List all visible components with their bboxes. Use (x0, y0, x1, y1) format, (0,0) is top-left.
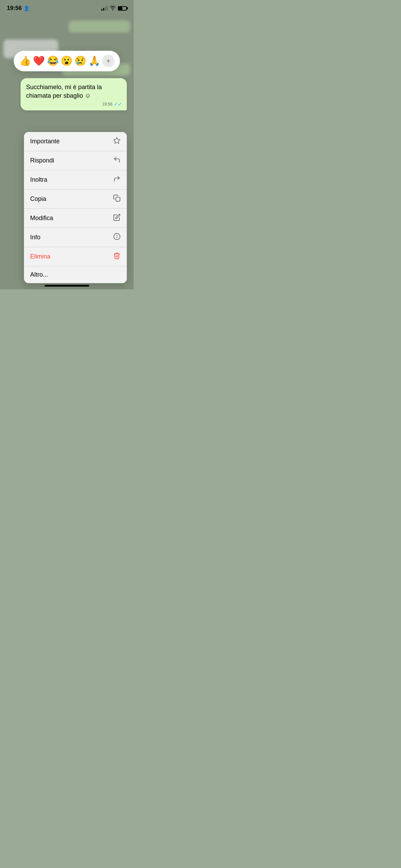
wifi-icon (110, 5, 116, 11)
delete-icon (113, 252, 121, 261)
menu-item-rispondi[interactable]: Rispondi (24, 151, 127, 170)
emoji-heart[interactable]: ❤️ (33, 56, 45, 66)
menu-label-importante: Importante (30, 138, 60, 145)
menu-label-info: Info (30, 234, 40, 241)
menu-label-modifica: Modifica (30, 215, 53, 222)
menu-item-modifica[interactable]: Modifica (24, 209, 127, 228)
menu-label-rispondi: Rispondi (30, 157, 54, 164)
emoji-reaction-bar: 👍 ❤️ 😂 😮 😢 🙏 + (14, 51, 120, 71)
copy-icon (113, 194, 121, 204)
forward-icon (113, 175, 121, 184)
signal-icon (101, 6, 108, 11)
menu-label-inoltra: Inoltra (30, 176, 47, 183)
star-icon (113, 137, 121, 146)
emoji-wow[interactable]: 😮 (61, 56, 73, 66)
context-menu: Importante Rispondi Inoltra (24, 132, 127, 283)
menu-label-altro: Altro... (30, 271, 48, 278)
edit-icon (113, 214, 121, 223)
battery-icon (118, 6, 127, 11)
menu-item-info[interactable]: Info (24, 228, 127, 247)
menu-item-altro[interactable]: Altro... (24, 266, 127, 283)
menu-label-elimina: Elimina (30, 253, 50, 260)
menu-label-copia: Copia (30, 195, 46, 203)
message-time: 19:56 (102, 102, 112, 107)
status-bar: 19:56 👤 (0, 0, 134, 14)
message-meta: 19:56 ✓✓ (102, 101, 122, 107)
info-icon (113, 233, 121, 242)
emoji-pray[interactable]: 🙏 (88, 56, 100, 66)
menu-item-copia[interactable]: Copia (24, 190, 127, 209)
reply-icon (113, 156, 121, 165)
status-icons (101, 5, 127, 11)
menu-item-elimina[interactable]: Elimina (24, 247, 127, 266)
emoji-cry[interactable]: 😢 (74, 56, 86, 66)
person-icon: 👤 (24, 5, 29, 11)
message-bubble: Succhiamelo, mi è partita la chiamata pe… (21, 78, 127, 110)
emoji-thumbsup[interactable]: 👍 (19, 56, 31, 66)
menu-item-importante[interactable]: Importante (24, 132, 127, 151)
svg-rect-0 (116, 197, 120, 201)
emoji-laugh[interactable]: 😂 (47, 56, 59, 66)
message-text: Succhiamelo, mi è partita la chiamata pe… (26, 83, 121, 100)
status-time: 19:56 👤 (7, 5, 29, 12)
emoji-add-button[interactable]: + (102, 55, 114, 67)
time-label: 19:56 (7, 5, 22, 12)
read-receipt-icon: ✓✓ (114, 101, 122, 107)
home-indicator (45, 285, 89, 287)
menu-item-inoltra[interactable]: Inoltra (24, 170, 127, 190)
